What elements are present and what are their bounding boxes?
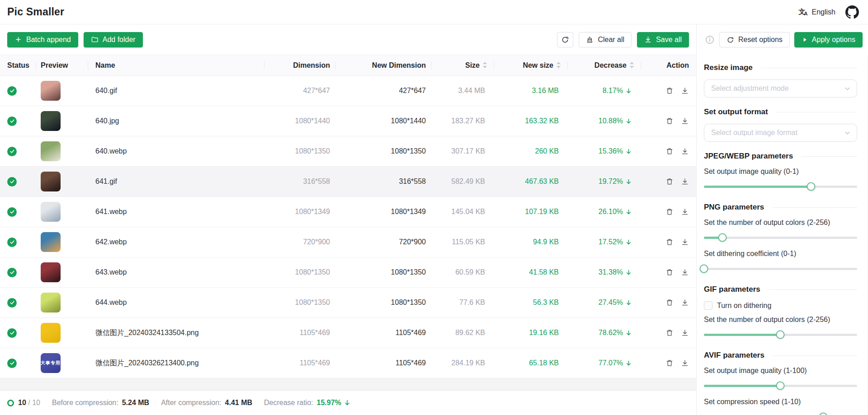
preview-thumbnail[interactable] [41,262,61,282]
arrow-down-icon [625,239,632,246]
decrease-value: 31.38% [568,257,641,287]
apply-options-button[interactable]: Apply options [794,32,863,47]
jpeg-webp-quality-slider[interactable] [704,180,857,193]
clear-all-button[interactable]: Clear all [579,32,632,47]
slider-label: Set compression speed (1-10) [704,398,857,407]
arrow-down-icon [625,330,632,336]
arrow-down-icon [625,88,632,94]
preview-thumbnail[interactable] [41,232,61,252]
section-title: GIF parameters [704,284,857,295]
delete-icon[interactable] [665,117,674,125]
refresh-button[interactable] [557,32,573,47]
column-header-new_dimension: New Dimension [335,55,431,75]
preview-thumbnail[interactable]: 大事专用 [41,353,61,373]
download-icon[interactable] [681,298,689,307]
gif-dithering-checkbox[interactable]: Turn on dithering [704,301,857,310]
after-compression-label: After compression: [161,399,221,407]
png-dithering-slider[interactable] [704,262,857,275]
dimension-value: 1080*1350 [264,136,335,166]
delete-icon[interactable] [665,87,674,95]
select-placeholder: Select output image format [711,129,797,137]
slider-label: Set output image quality (1-100) [704,367,857,376]
files-table: StatusPreviewNameDimensionNew DimensionS… [0,55,696,390]
size-value: 60.59 KB [431,257,494,287]
delete-icon[interactable] [665,298,674,307]
size-value: 77.6 KB [431,288,494,317]
batch-append-button[interactable]: Batch append [7,32,78,47]
status-success-icon [7,117,17,126]
decrease-value: 10.88% [568,106,641,136]
download-icon[interactable] [681,117,689,125]
delete-icon[interactable] [665,268,674,276]
table-row: 大事专用 微信图片_20240326213400.png 1105*469 11… [0,348,696,378]
language-switcher[interactable]: 文A English [799,8,835,16]
delete-icon[interactable] [665,177,674,186]
size-value: 307.17 KB [431,136,494,166]
preview-thumbnail[interactable] [41,141,61,161]
reset-options-button[interactable]: Reset options [719,32,790,47]
resize-mode-select[interactable]: Select adjustment mode [704,79,857,98]
download-icon[interactable] [681,208,689,216]
column-header-new_size[interactable]: New size [494,55,568,75]
slider-thumb[interactable] [807,182,816,191]
table-row: 640.jpg 1080*1440 1080*1440 183.27 KB 16… [0,106,696,136]
column-header-status: Status [0,55,36,75]
sort-icon [630,62,634,69]
download-icon [644,36,652,43]
preview-thumbnail[interactable] [41,293,61,312]
dimension-value: 1105*469 [264,318,335,348]
options-panel: Reset options Apply options Resize image… [697,24,868,415]
slider-thumb[interactable] [718,233,726,242]
status-success-icon [7,207,17,217]
github-icon[interactable] [845,5,859,19]
slider-thumb[interactable] [700,265,708,273]
new-size-value: 467.63 KB [494,167,568,196]
dimension-value: 1080*1349 [264,197,335,227]
column-header-decrease[interactable]: Decrease [568,55,641,75]
download-icon[interactable] [681,87,689,95]
delete-icon[interactable] [665,208,674,216]
new-size-value: 19.16 KB [494,318,568,348]
download-icon[interactable] [681,359,689,367]
info-icon[interactable] [705,35,715,45]
preview-thumbnail[interactable] [41,202,61,222]
slider-thumb[interactable] [819,413,828,415]
download-icon[interactable] [681,177,689,186]
checkbox-box[interactable] [704,301,712,310]
after-compression-value: 4.41 MB [225,399,252,407]
preview-thumbnail[interactable] [41,81,61,101]
download-icon[interactable] [681,268,689,276]
png-colors-slider[interactable] [704,231,857,244]
delete-icon[interactable] [665,147,674,155]
refresh-icon [726,36,734,44]
new-size-value: 163.32 KB [494,106,568,136]
add-folder-button[interactable]: Add folder [84,32,143,47]
new-dimension-value: 1080*1350 [335,288,431,317]
status-success-icon [7,359,17,368]
column-header-size[interactable]: Size [431,55,494,75]
download-icon[interactable] [681,238,689,246]
delete-icon[interactable] [665,238,674,246]
new-dimension-value: 1105*469 [335,348,431,378]
dimension-value: 1080*1350 [264,257,335,287]
slider-thumb[interactable] [776,331,785,339]
download-icon[interactable] [681,147,689,155]
preview-thumbnail[interactable] [41,111,61,131]
new-size-value: 41.58 KB [494,257,568,287]
save-all-button[interactable]: Save all [637,32,689,47]
output-format-select[interactable]: Select output image format [704,124,857,142]
slider-thumb[interactable] [776,382,785,390]
gif-colors-slider[interactable] [704,328,857,341]
app-root: Pic Smaller 文A English Batch append Add … [0,0,868,415]
delete-icon[interactable] [665,329,674,337]
panel-section: PNG parametersSet the number of output c… [704,202,857,275]
download-icon[interactable] [681,329,689,337]
dimension-value: 1080*1440 [264,106,335,136]
delete-icon[interactable] [665,359,674,367]
file-name: 640.webp [88,136,264,166]
avif-quality-slider[interactable] [704,379,857,392]
preview-thumbnail[interactable] [41,172,61,191]
preview-thumbnail[interactable] [41,323,61,343]
avif-speed-slider[interactable] [704,410,857,415]
arrow-down-icon [625,178,632,185]
